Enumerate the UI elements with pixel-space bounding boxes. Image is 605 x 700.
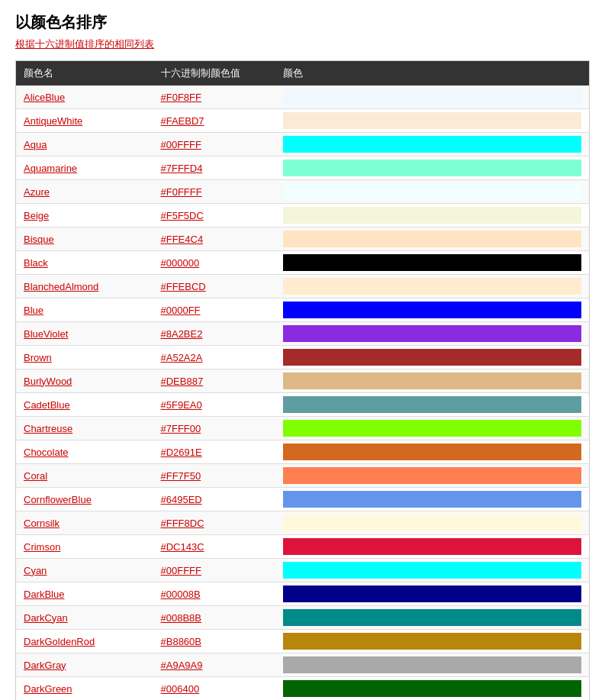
color-name-cell[interactable]: AliceBlue <box>16 85 153 109</box>
color-swatch <box>283 491 582 508</box>
color-name-cell[interactable]: Blue <box>16 298 153 322</box>
color-swatch-cell <box>275 180 590 204</box>
color-hex-cell[interactable]: #7FFFD4 <box>153 156 275 180</box>
color-hex-cell[interactable]: #6495ED <box>153 488 275 511</box>
color-hex-cell[interactable]: #F5F5DC <box>153 204 275 227</box>
color-hex-cell[interactable]: #F0FFFF <box>153 180 275 204</box>
table-row: BlanchedAlmond#FFEBCD <box>16 275 590 298</box>
color-name-cell[interactable]: CadetBlue <box>16 393 153 417</box>
color-swatch-cell <box>275 559 590 582</box>
color-swatch <box>283 136 582 153</box>
color-swatch <box>283 231 582 247</box>
color-swatch <box>283 515 582 531</box>
color-swatch-cell <box>275 393 590 417</box>
color-hex-cell[interactable]: #DC143C <box>153 535 275 559</box>
color-name-cell[interactable]: BlueViolet <box>16 322 153 346</box>
color-hex-cell[interactable]: #00008B <box>153 582 275 606</box>
color-name-cell[interactable]: AntiqueWhite <box>16 109 153 133</box>
color-table: 颜色名 十六进制制颜色值 颜色 AliceBlue#F0F8FFAntiqueW… <box>15 60 590 700</box>
color-hex-cell[interactable]: #F0F8FF <box>153 85 275 109</box>
color-swatch <box>283 396 582 413</box>
color-swatch-cell <box>275 322 590 346</box>
color-swatch-cell <box>275 133 590 156</box>
table-row: Chartreuse#7FFF00 <box>16 417 590 440</box>
color-name-cell[interactable]: Chartreuse <box>16 417 153 440</box>
color-swatch-cell <box>275 109 590 133</box>
color-hex-cell[interactable]: #FFE4C4 <box>153 227 275 251</box>
table-row: Coral#FF7F50 <box>16 464 590 488</box>
color-swatch-cell <box>275 677 590 701</box>
color-hex-cell[interactable]: #B8860B <box>153 630 275 653</box>
color-hex-cell[interactable]: #D2691E <box>153 440 275 464</box>
color-name-cell[interactable]: Black <box>16 251 153 275</box>
table-row: CadetBlue#5F9EA0 <box>16 393 590 417</box>
color-name-cell[interactable]: DarkGreen <box>16 677 153 701</box>
color-hex-cell[interactable]: #A52A2A <box>153 346 275 369</box>
table-row: Bisque#FFE4C4 <box>16 227 590 251</box>
color-swatch-cell <box>275 369 590 393</box>
color-swatch <box>283 467 582 484</box>
color-name-cell[interactable]: Brown <box>16 346 153 369</box>
color-swatch <box>283 112 582 129</box>
color-name-cell[interactable]: Cornsilk <box>16 511 153 535</box>
color-swatch-cell <box>275 582 590 606</box>
color-name-cell[interactable]: Cyan <box>16 559 153 582</box>
color-swatch <box>283 89 582 105</box>
color-hex-cell[interactable]: #5F9EA0 <box>153 393 275 417</box>
table-row: Blue#0000FF <box>16 298 590 322</box>
color-hex-cell[interactable]: #00FFFF <box>153 133 275 156</box>
color-name-cell[interactable]: DarkBlue <box>16 582 153 606</box>
color-swatch-cell <box>275 630 590 653</box>
color-hex-cell[interactable]: #FAEBD7 <box>153 109 275 133</box>
color-name-cell[interactable]: Crimson <box>16 535 153 559</box>
subtitle-link[interactable]: 根据十六进制值排序的相同列表 <box>15 37 590 51</box>
color-swatch <box>283 562 582 579</box>
color-name-cell[interactable]: DarkGray <box>16 653 153 677</box>
color-swatch <box>283 538 582 555</box>
color-name-cell[interactable]: DarkGoldenRod <box>16 630 153 653</box>
color-name-cell[interactable]: Chocolate <box>16 440 153 464</box>
color-name-cell[interactable]: Coral <box>16 464 153 488</box>
color-name-cell[interactable]: Beige <box>16 204 153 227</box>
color-name-cell[interactable]: Bisque <box>16 227 153 251</box>
color-swatch-cell <box>275 464 590 488</box>
color-hex-cell[interactable]: #00FFFF <box>153 559 275 582</box>
color-name-cell[interactable]: CornflowerBlue <box>16 488 153 511</box>
table-row: Cyan#00FFFF <box>16 559 590 582</box>
color-swatch <box>283 585 582 602</box>
color-swatch <box>283 254 582 271</box>
color-name-cell[interactable]: Aqua <box>16 133 153 156</box>
table-row: Black#000000 <box>16 251 590 275</box>
color-hex-cell[interactable]: #DEB887 <box>153 369 275 393</box>
color-hex-cell[interactable]: #FFEBCD <box>153 275 275 298</box>
color-hex-cell[interactable]: #0000FF <box>153 298 275 322</box>
color-hex-cell[interactable]: #008B8B <box>153 606 275 630</box>
color-name-cell[interactable]: BlanchedAlmond <box>16 275 153 298</box>
color-name-cell[interactable]: BurlyWood <box>16 369 153 393</box>
color-swatch <box>283 160 582 176</box>
color-hex-cell[interactable]: #7FFF00 <box>153 417 275 440</box>
table-row: Aqua#00FFFF <box>16 133 590 156</box>
table-row: BurlyWood#DEB887 <box>16 369 590 393</box>
color-hex-cell[interactable]: #000000 <box>153 251 275 275</box>
table-row: AliceBlue#F0F8FF <box>16 85 590 109</box>
color-name-cell[interactable]: Azure <box>16 180 153 204</box>
color-swatch <box>283 325 582 342</box>
color-hex-cell[interactable]: #FF7F50 <box>153 464 275 488</box>
table-row: DarkGoldenRod#B8860B <box>16 630 590 653</box>
color-hex-cell[interactable]: #FFF8DC <box>153 511 275 535</box>
color-swatch-cell <box>275 511 590 535</box>
color-hex-cell[interactable]: #8A2BE2 <box>153 322 275 346</box>
color-hex-cell[interactable]: #006400 <box>153 677 275 701</box>
color-name-cell[interactable]: DarkCyan <box>16 606 153 630</box>
color-swatch-cell <box>275 85 590 109</box>
color-swatch-cell <box>275 440 590 464</box>
color-swatch-cell <box>275 298 590 322</box>
color-swatch-cell <box>275 417 590 440</box>
color-name-cell[interactable]: Aquamarine <box>16 156 153 180</box>
table-row: Aquamarine#7FFFD4 <box>16 156 590 180</box>
table-row: Chocolate#D2691E <box>16 440 590 464</box>
color-hex-cell[interactable]: #A9A9A9 <box>153 653 275 677</box>
table-row: DarkCyan#008B8B <box>16 606 590 630</box>
color-swatch-cell <box>275 204 590 227</box>
